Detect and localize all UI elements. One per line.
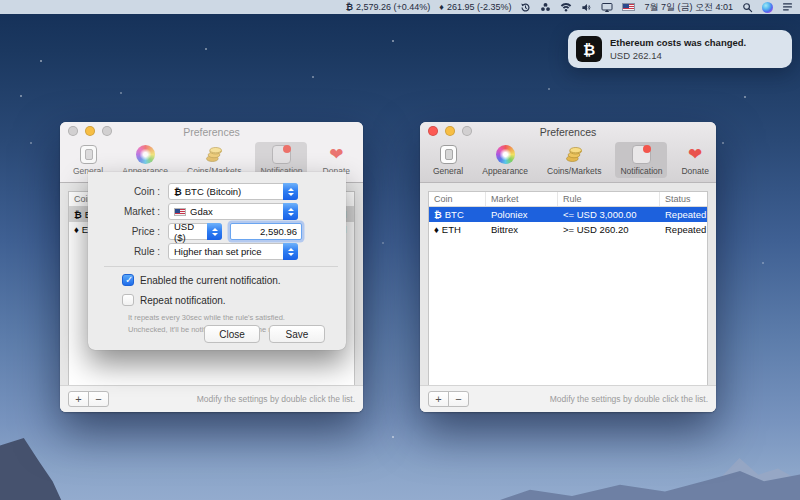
window-content: Coin Market Rule Status ₿BTC Poloniex <=… <box>420 183 716 412</box>
close-button[interactable]: Close <box>204 325 260 343</box>
eth-icon: ♦ <box>439 2 444 12</box>
price-label: Price : <box>88 226 160 237</box>
enabled-checkbox-label: Enabled the current notification. <box>140 275 281 286</box>
rule-label: Rule : <box>88 246 160 257</box>
repeat-checkbox-label: Repeat notification. <box>140 295 226 306</box>
table-row[interactable]: ♦ETH Bittrex >= USD 260.20 Repeated <box>429 222 707 237</box>
general-icon <box>440 144 457 165</box>
search-icon <box>742 2 753 13</box>
volume-icon <box>581 2 592 13</box>
time-machine-menu-item[interactable] <box>520 2 531 13</box>
title-bar[interactable]: Preferences <box>60 122 363 141</box>
window-chrome: Preferences General Appearance Coins/Mar… <box>420 122 716 183</box>
window-title: Preferences <box>540 126 597 138</box>
window-title: Preferences <box>183 126 240 138</box>
add-rule-button[interactable]: + <box>68 391 89 407</box>
history-clock-icon <box>520 2 531 13</box>
tab-notification[interactable]: Notification <box>615 142 667 178</box>
footer-hint-text: Modify the settings by double click the … <box>550 394 708 404</box>
notification-title: Ethereum costs was changed. <box>610 37 746 48</box>
tab-coins-markets[interactable]: Coins/Markets <box>542 142 606 178</box>
tab-appearance[interactable]: Appearance <box>477 142 533 178</box>
fan-status-menu-item[interactable] <box>540 2 551 13</box>
tab-label: General <box>433 166 463 176</box>
appearance-color-wheel-icon <box>496 144 515 165</box>
clock-menu-item[interactable]: 7월 7일 (금) 오전 4:01 <box>644 1 733 14</box>
enabled-checkbox[interactable] <box>122 274 134 286</box>
table-header: Coin Market Rule Status <box>429 192 707 207</box>
rule-cell: <= USD 3,000.00 <box>558 209 660 220</box>
column-header-rule[interactable]: Rule <box>558 192 660 206</box>
siri-menu-item[interactable] <box>762 2 773 13</box>
close-button[interactable] <box>428 126 438 136</box>
title-bar[interactable]: Preferences <box>420 122 716 141</box>
preferences-window-left: Preferences General Appearance Coins/Mar… <box>60 122 363 412</box>
sheet-buttons: Close Save <box>204 325 325 343</box>
table-footer-bar: + − Modify the settings by double click … <box>60 385 363 412</box>
notification-subtitle: USD 262.14 <box>610 50 746 61</box>
tab-general[interactable]: General <box>428 142 468 178</box>
currency-dropdown[interactable]: USD ($) <box>168 223 222 240</box>
eth-icon: ♦ <box>74 224 79 235</box>
close-button[interactable] <box>68 126 78 136</box>
market-label: Market : <box>88 206 160 217</box>
save-button[interactable]: Save <box>269 325 325 343</box>
eth-ticker-text: 261.95 (-2.35%) <box>447 2 512 12</box>
edit-notification-sheet: Coin : ₿ BTC (Bitcoin) Market : Gdax Pri… <box>88 172 346 350</box>
notification-banner[interactable]: ₿ Ethereum costs was changed. USD 262.14 <box>568 30 792 68</box>
column-header-market[interactable]: Market <box>486 192 558 206</box>
preferences-window-right: Preferences General Appearance Coins/Mar… <box>420 122 716 412</box>
zoom-button[interactable] <box>462 126 472 136</box>
remove-rule-button[interactable]: − <box>448 391 469 407</box>
column-header-status[interactable]: Status <box>660 192 707 206</box>
app-bitcoin-icon: ₿ <box>576 36 602 62</box>
repeat-checkbox-row[interactable]: Repeat notification. <box>122 294 346 306</box>
heart-icon: ❤ <box>688 144 702 165</box>
btc-ticker-text: 2,579.26 (+0.44%) <box>356 2 430 12</box>
wifi-menu-item[interactable] <box>560 2 572 12</box>
price-input[interactable] <box>230 223 302 240</box>
preferences-toolbar: General Appearance Coins/Markets Notific… <box>420 141 716 178</box>
coin-dropdown-value: BTC (Bitcoin) <box>185 186 241 197</box>
dropdown-stepper-icon <box>283 203 298 220</box>
minimize-button[interactable] <box>445 126 455 136</box>
btc-ticker-menu-item[interactable]: ₿ 2,579.26 (+0.44%) <box>346 2 431 12</box>
zoom-button[interactable] <box>102 126 112 136</box>
coin-label: Coin : <box>88 186 160 197</box>
coin-dropdown[interactable]: ₿ BTC (Bitcoin) <box>168 183 298 200</box>
status-cell: Repeated <box>660 224 707 235</box>
table-row[interactable]: ₿BTC Poloniex <= USD 3,000.00 Repeated <box>429 207 707 222</box>
btc-icon: ₿ <box>346 2 353 12</box>
rule-dropdown[interactable]: Higher than set price <box>168 243 298 260</box>
minimize-button[interactable] <box>85 126 95 136</box>
remove-rule-button[interactable]: − <box>88 391 109 407</box>
clock-text: 7월 7일 (금) 오전 4:01 <box>644 1 733 14</box>
us-flag-icon <box>622 3 635 11</box>
repeat-checkbox[interactable] <box>122 294 134 306</box>
market-dropdown[interactable]: Gdax <box>168 203 298 220</box>
traffic-lights <box>428 126 472 136</box>
coin-cell: ETH <box>442 224 461 235</box>
eth-ticker-menu-item[interactable]: ♦ 261.95 (-2.35%) <box>439 2 511 12</box>
appearance-color-wheel-icon <box>136 144 155 165</box>
market-dropdown-value: Gdax <box>190 206 213 217</box>
wifi-icon <box>560 2 572 12</box>
market-cell: Poloniex <box>486 209 558 220</box>
notification-badge-icon <box>272 144 291 165</box>
dropdown-stepper-icon <box>283 243 298 260</box>
coins-icon <box>564 144 584 165</box>
rule-dropdown-value: Higher than set price <box>174 246 262 257</box>
volume-menu-item[interactable] <box>581 2 592 13</box>
column-header-coin[interactable]: Coin <box>429 192 486 206</box>
wallpaper-mountain-right <box>500 466 800 500</box>
notification-center-menu-item[interactable] <box>782 2 793 12</box>
enabled-checkbox-row[interactable]: Enabled the current notification. <box>122 274 346 286</box>
input-language-menu-item[interactable] <box>622 3 635 11</box>
currency-dropdown-value: USD ($) <box>174 221 203 243</box>
display-menu-item[interactable] <box>601 2 613 13</box>
spotlight-menu-item[interactable] <box>742 2 753 13</box>
tab-donate[interactable]: ❤ Donate <box>676 142 713 178</box>
rule-cell: >= USD 260.20 <box>558 224 660 235</box>
add-rule-button[interactable]: + <box>428 391 449 407</box>
sheet-divider <box>104 266 338 267</box>
